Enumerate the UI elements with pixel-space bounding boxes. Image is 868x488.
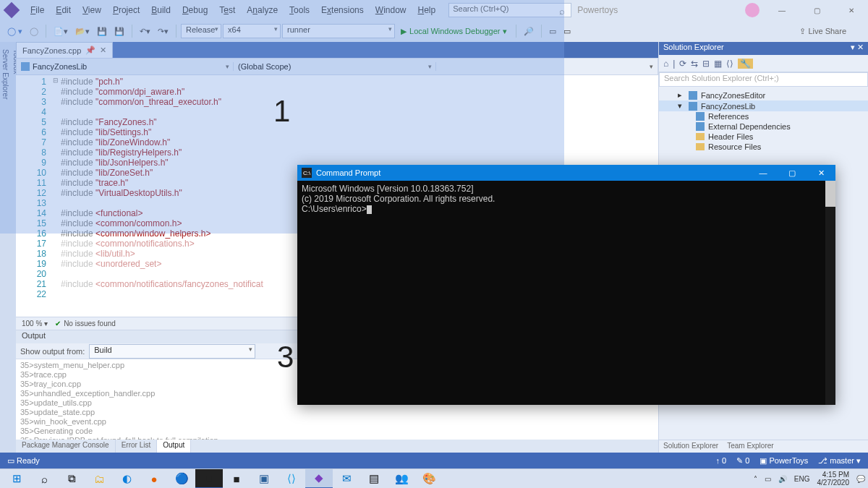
menu-extensions[interactable]: Extensions (315, 5, 370, 15)
file-tab-active[interactable]: FancyZones.cpp 📌 ✕ (16, 42, 113, 58)
tray-lang[interactable]: ENG (794, 475, 810, 483)
save-button[interactable]: 💾 (94, 25, 110, 38)
solution-explorer-toolbar[interactable]: ⌂| ⟳ ⇆ ⊟ ▦ ⟨⟩ 🔧 (659, 55, 868, 72)
pin-icon[interactable]: 📌 (85, 46, 95, 55)
save-all-button[interactable]: 💾 (111, 25, 127, 38)
code-content[interactable]: #include "pch.h"#include "common/dpi_awa… (61, 75, 263, 317)
sync-icon[interactable]: ⇆ (691, 59, 698, 69)
open-button[interactable]: 📂▾ (72, 25, 93, 38)
firefox-icon[interactable]: ● (140, 469, 168, 489)
tray-network-icon[interactable]: ▭ (765, 475, 771, 483)
menu-debug[interactable]: Debug (176, 5, 213, 15)
platform-combo[interactable]: x64 (223, 24, 281, 38)
collapse-icon[interactable]: ⊟ (702, 59, 710, 69)
menu-build[interactable]: Build (145, 5, 176, 15)
powershell-icon[interactable]: ▣ (250, 469, 278, 489)
tray-chevron-icon[interactable]: ˄ (754, 475, 757, 483)
issues-label[interactable]: No issues found (55, 320, 116, 328)
tray-volume-icon[interactable]: 🔊 (778, 475, 787, 483)
misc-button-2[interactable]: ▭ (546, 25, 559, 38)
nav-scope-combo[interactable]: (Global Scope) (234, 62, 436, 71)
startup-project-combo[interactable]: runner (282, 24, 395, 38)
close-button[interactable]: ✕ (839, 3, 864, 17)
nav-fwd-button[interactable]: ◯ (27, 25, 41, 38)
menu-file[interactable]: File (25, 5, 50, 15)
status-pending[interactable]: ✎ 0 (736, 456, 749, 466)
search-button[interactable]: ⌕ (30, 469, 58, 489)
misc-button-1[interactable]: 🔎 (521, 25, 537, 38)
status-repo[interactable]: ▣ PowerToys (760, 456, 808, 466)
zoom-combo[interactable]: 100 % ▾ (22, 320, 48, 328)
undo-button[interactable]: ↶▾ (137, 25, 153, 38)
nav-back-button[interactable]: ◯ ▾ (4, 25, 25, 38)
cmd-terminal[interactable]: Microsoft Windows [Version 10.0.18363.75… (297, 181, 835, 405)
cmd-title-bar[interactable]: C:\ Command Prompt — ▢ ✕ (297, 165, 835, 181)
app-icon-2[interactable]: 🎨 (415, 469, 443, 489)
status-push[interactable]: ↑ 0 (716, 456, 727, 466)
cmd-icon: C:\ (302, 168, 312, 178)
search-icon (559, 6, 568, 14)
cmd-minimize-button[interactable]: — (749, 165, 778, 181)
close-tab-icon[interactable]: ✕ (100, 46, 106, 55)
menu-help[interactable]: Help (412, 5, 441, 15)
menu-view[interactable]: View (77, 5, 107, 15)
tab-output[interactable]: Output (157, 440, 191, 453)
tray-clock[interactable]: 4:15 PM4/27/2020 (817, 471, 850, 487)
side-tool-strip[interactable]: Server ExplorerToolboxData SourcesTest E… (0, 42, 16, 453)
outlook-icon[interactable]: ✉ (333, 469, 360, 489)
tree-node[interactable]: References (659, 111, 868, 121)
tree-node[interactable]: ▸FancyZonesEditor (659, 90, 868, 100)
chrome-icon[interactable]: 🔵 (168, 469, 195, 489)
minimize-button[interactable]: — (770, 3, 794, 17)
file-explorer-icon[interactable]: 🗂 (85, 469, 113, 489)
cmd2-taskbar-icon[interactable]: ■ (223, 469, 250, 489)
tree-node[interactable]: Resource Files (659, 142, 868, 152)
menu-tools[interactable]: Tools (284, 5, 315, 15)
show-all-icon[interactable]: ▦ (714, 59, 722, 69)
cmd-taskbar-icon[interactable]: ■ (195, 469, 223, 489)
redo-button[interactable]: ↷▾ (155, 25, 171, 38)
vs-taskbar-icon[interactable]: ◆ (305, 469, 333, 489)
tab-error-list[interactable]: Error List (116, 440, 158, 453)
tree-node[interactable]: Header Files (659, 132, 868, 142)
menu-test[interactable]: Test (213, 5, 241, 15)
nav-project-combo[interactable]: FancyZonesLib (17, 62, 234, 71)
cmd-cursor (367, 205, 372, 214)
task-view-button[interactable]: ⧉ (58, 469, 85, 489)
menu-window[interactable]: Window (370, 5, 412, 15)
start-button[interactable]: ⊞ (3, 469, 30, 489)
new-item-button[interactable]: 📄▾ (51, 25, 71, 38)
output-from-combo[interactable]: Build (89, 344, 255, 359)
solution-search-input[interactable]: Search Solution Explorer (Ctrl+;) (659, 72, 868, 87)
app-icon-1[interactable]: ▤ (360, 469, 388, 489)
wrench-icon[interactable]: 🔧 (738, 59, 753, 69)
cmd-close-button[interactable]: ✕ (807, 165, 835, 181)
config-combo[interactable]: Release (181, 24, 221, 38)
vscode-icon[interactable]: ⟨⟩ (278, 469, 305, 489)
start-debug-button[interactable]: Local Windows Debugger ▾ (396, 25, 511, 38)
teams-icon[interactable]: 👥 (388, 469, 415, 489)
cmd-scrollbar[interactable] (825, 181, 835, 405)
properties-icon[interactable]: ⟨⟩ (726, 59, 733, 69)
maximize-button[interactable]: ▢ (804, 3, 829, 17)
edge-icon[interactable]: ◐ (113, 469, 140, 489)
menu-analyze[interactable]: Analyze (241, 5, 284, 15)
live-share-button[interactable]: ⇪ Live Share (799, 27, 846, 36)
fold-column[interactable]: ⊟ (51, 75, 61, 317)
document-tab-bar: FancyZones.cpp 📌 ✕ (16, 42, 658, 58)
tray-notifications-icon[interactable]: 💬 (856, 475, 865, 483)
user-avatar[interactable] (745, 3, 760, 17)
tree-node[interactable]: External Dependencies (659, 121, 868, 132)
se-tab-solution[interactable]: Solution Explorer (659, 440, 723, 453)
refresh-icon[interactable]: ⟳ (679, 59, 686, 69)
tree-node[interactable]: ▾FancyZonesLib (659, 100, 868, 111)
menu-edit[interactable]: Edit (50, 5, 77, 15)
tab-pmc[interactable]: Package Manager Console (16, 440, 116, 453)
misc-button-3[interactable]: ▭ (561, 25, 574, 38)
status-branch[interactable]: ⎇ master ▾ (818, 456, 861, 466)
home-icon[interactable]: ⌂ (663, 59, 668, 69)
menu-project[interactable]: Project (107, 5, 145, 15)
cmd-maximize-button[interactable]: ▢ (778, 165, 807, 181)
se-tab-team[interactable]: Team Explorer (723, 440, 778, 453)
quick-search-input[interactable]: Search (Ctrl+Q) (448, 3, 571, 17)
